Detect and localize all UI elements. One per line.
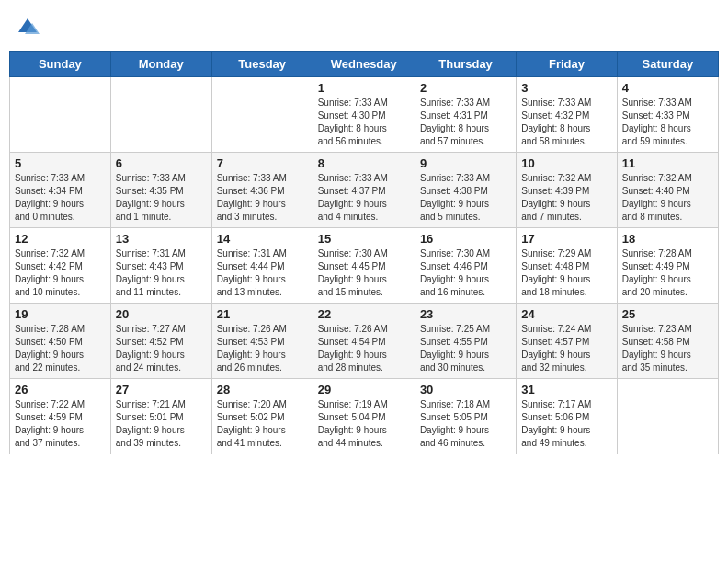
day-number: 25	[622, 307, 713, 321]
day-info: Sunrise: 7:33 AM Sunset: 4:37 PM Dayligh…	[318, 172, 410, 224]
day-info: Sunrise: 7:33 AM Sunset: 4:35 PM Dayligh…	[116, 172, 207, 224]
day-number: 18	[622, 232, 713, 246]
day-info: Sunrise: 7:18 AM Sunset: 5:05 PM Dayligh…	[420, 398, 511, 450]
logo	[14, 14, 45, 41]
day-info: Sunrise: 7:32 AM Sunset: 4:39 PM Dayligh…	[521, 172, 611, 224]
weekday-header-thursday: Thursday	[415, 52, 516, 77]
day-number: 21	[217, 307, 308, 321]
day-number: 7	[217, 156, 308, 170]
day-number: 14	[217, 232, 308, 246]
day-info: Sunrise: 7:31 AM Sunset: 4:43 PM Dayligh…	[116, 247, 207, 299]
week-row-3: 12Sunrise: 7:32 AM Sunset: 4:42 PM Dayli…	[10, 228, 719, 304]
calendar-cell: 2Sunrise: 7:33 AM Sunset: 4:31 PM Daylig…	[415, 77, 516, 153]
calendar-cell: 20Sunrise: 7:27 AM Sunset: 4:52 PM Dayli…	[110, 304, 211, 379]
day-info: Sunrise: 7:25 AM Sunset: 4:55 PM Dayligh…	[420, 323, 511, 374]
day-info: Sunrise: 7:20 AM Sunset: 5:02 PM Dayligh…	[217, 398, 308, 450]
calendar-cell: 25Sunrise: 7:23 AM Sunset: 4:58 PM Dayli…	[617, 304, 718, 379]
day-number: 20	[116, 307, 207, 321]
calendar-cell: 26Sunrise: 7:22 AM Sunset: 4:59 PM Dayli…	[10, 379, 111, 454]
day-info: Sunrise: 7:26 AM Sunset: 4:54 PM Dayligh…	[318, 323, 410, 374]
day-info: Sunrise: 7:19 AM Sunset: 5:04 PM Dayligh…	[318, 398, 410, 450]
day-info: Sunrise: 7:22 AM Sunset: 4:59 PM Dayligh…	[15, 398, 106, 450]
day-number: 15	[318, 232, 410, 246]
day-info: Sunrise: 7:21 AM Sunset: 5:01 PM Dayligh…	[116, 398, 207, 450]
day-number: 8	[318, 156, 410, 170]
calendar-cell: 12Sunrise: 7:32 AM Sunset: 4:42 PM Dayli…	[10, 228, 111, 304]
week-row-5: 26Sunrise: 7:22 AM Sunset: 4:59 PM Dayli…	[10, 379, 719, 454]
calendar-cell: 14Sunrise: 7:31 AM Sunset: 4:44 PM Dayli…	[211, 228, 313, 304]
day-info: Sunrise: 7:33 AM Sunset: 4:36 PM Dayligh…	[217, 172, 308, 224]
day-number: 26	[15, 383, 106, 396]
day-number: 11	[622, 156, 713, 170]
calendar-cell: 9Sunrise: 7:33 AM Sunset: 4:38 PM Daylig…	[415, 153, 516, 228]
day-number: 13	[116, 232, 207, 246]
day-info: Sunrise: 7:28 AM Sunset: 4:50 PM Dayligh…	[15, 323, 106, 374]
day-info: Sunrise: 7:24 AM Sunset: 4:57 PM Dayligh…	[521, 323, 611, 374]
day-info: Sunrise: 7:33 AM Sunset: 4:32 PM Dayligh…	[521, 97, 611, 148]
day-number: 28	[217, 383, 308, 396]
weekday-header-row: SundayMondayTuesdayWednesdayThursdayFrid…	[10, 52, 719, 77]
calendar-cell: 29Sunrise: 7:19 AM Sunset: 5:04 PM Dayli…	[313, 379, 415, 454]
day-number: 5	[15, 156, 106, 170]
calendar-cell	[211, 77, 313, 153]
calendar-cell: 23Sunrise: 7:25 AM Sunset: 4:55 PM Dayli…	[415, 304, 516, 379]
day-info: Sunrise: 7:27 AM Sunset: 4:52 PM Dayligh…	[116, 323, 207, 374]
week-row-1: 1Sunrise: 7:33 AM Sunset: 4:30 PM Daylig…	[10, 77, 719, 153]
day-info: Sunrise: 7:32 AM Sunset: 4:40 PM Dayligh…	[622, 172, 713, 224]
calendar-cell: 24Sunrise: 7:24 AM Sunset: 4:57 PM Dayli…	[517, 304, 617, 379]
day-number: 30	[420, 383, 511, 396]
day-number: 4	[622, 81, 713, 95]
calendar-cell: 3Sunrise: 7:33 AM Sunset: 4:32 PM Daylig…	[517, 77, 617, 153]
calendar-cell: 16Sunrise: 7:30 AM Sunset: 4:46 PM Dayli…	[415, 228, 516, 304]
day-number: 29	[318, 383, 410, 396]
day-info: Sunrise: 7:33 AM Sunset: 4:30 PM Dayligh…	[318, 97, 410, 148]
weekday-header-wednesday: Wednesday	[313, 52, 415, 77]
calendar-cell: 1Sunrise: 7:33 AM Sunset: 4:30 PM Daylig…	[313, 77, 415, 153]
day-number: 12	[15, 232, 106, 246]
calendar-cell: 6Sunrise: 7:33 AM Sunset: 4:35 PM Daylig…	[110, 153, 211, 228]
calendar-cell: 15Sunrise: 7:30 AM Sunset: 4:45 PM Dayli…	[313, 228, 415, 304]
day-info: Sunrise: 7:32 AM Sunset: 4:42 PM Dayligh…	[15, 247, 106, 299]
day-info: Sunrise: 7:28 AM Sunset: 4:49 PM Dayligh…	[622, 247, 713, 299]
calendar-cell: 18Sunrise: 7:28 AM Sunset: 4:49 PM Dayli…	[617, 228, 718, 304]
day-info: Sunrise: 7:17 AM Sunset: 5:06 PM Dayligh…	[521, 398, 611, 450]
calendar-cell: 17Sunrise: 7:29 AM Sunset: 4:48 PM Dayli…	[517, 228, 617, 304]
calendar-cell: 7Sunrise: 7:33 AM Sunset: 4:36 PM Daylig…	[211, 153, 313, 228]
day-number: 6	[116, 156, 207, 170]
day-number: 16	[420, 232, 511, 246]
day-number: 23	[420, 307, 511, 321]
day-info: Sunrise: 7:30 AM Sunset: 4:45 PM Dayligh…	[318, 247, 410, 299]
calendar-cell: 13Sunrise: 7:31 AM Sunset: 4:43 PM Dayli…	[110, 228, 211, 304]
calendar-cell: 21Sunrise: 7:26 AM Sunset: 4:53 PM Dayli…	[211, 304, 313, 379]
day-number: 22	[318, 307, 410, 321]
calendar-table: SundayMondayTuesdayWednesdayThursdayFrid…	[9, 51, 719, 454]
day-info: Sunrise: 7:23 AM Sunset: 4:58 PM Dayligh…	[622, 323, 713, 374]
calendar-cell: 28Sunrise: 7:20 AM Sunset: 5:02 PM Dayli…	[211, 379, 313, 454]
calendar-cell: 11Sunrise: 7:32 AM Sunset: 4:40 PM Dayli…	[617, 153, 718, 228]
day-info: Sunrise: 7:33 AM Sunset: 4:33 PM Dayligh…	[622, 97, 713, 148]
calendar-cell: 30Sunrise: 7:18 AM Sunset: 5:05 PM Dayli…	[415, 379, 516, 454]
week-row-4: 19Sunrise: 7:28 AM Sunset: 4:50 PM Dayli…	[10, 304, 719, 379]
calendar-cell: 27Sunrise: 7:21 AM Sunset: 5:01 PM Dayli…	[110, 379, 211, 454]
calendar-cell: 10Sunrise: 7:32 AM Sunset: 4:39 PM Dayli…	[517, 153, 617, 228]
logo-icon	[14, 14, 41, 41]
day-info: Sunrise: 7:26 AM Sunset: 4:53 PM Dayligh…	[217, 323, 308, 374]
weekday-header-friday: Friday	[517, 52, 617, 77]
calendar-cell: 31Sunrise: 7:17 AM Sunset: 5:06 PM Dayli…	[517, 379, 617, 454]
day-number: 3	[521, 81, 611, 95]
calendar-cell: 19Sunrise: 7:28 AM Sunset: 4:50 PM Dayli…	[10, 304, 111, 379]
day-info: Sunrise: 7:29 AM Sunset: 4:48 PM Dayligh…	[521, 247, 611, 299]
day-number: 27	[116, 383, 207, 396]
day-number: 24	[521, 307, 611, 321]
day-number: 9	[420, 156, 511, 170]
day-number: 2	[420, 81, 511, 95]
calendar-cell: 5Sunrise: 7:33 AM Sunset: 4:34 PM Daylig…	[10, 153, 111, 228]
day-number: 17	[521, 232, 611, 246]
weekday-header-tuesday: Tuesday	[211, 52, 313, 77]
day-info: Sunrise: 7:30 AM Sunset: 4:46 PM Dayligh…	[420, 247, 511, 299]
day-number: 19	[15, 307, 106, 321]
calendar-cell: 22Sunrise: 7:26 AM Sunset: 4:54 PM Dayli…	[313, 304, 415, 379]
day-number: 10	[521, 156, 611, 170]
weekday-header-monday: Monday	[110, 52, 211, 77]
calendar-cell: 4Sunrise: 7:33 AM Sunset: 4:33 PM Daylig…	[617, 77, 718, 153]
